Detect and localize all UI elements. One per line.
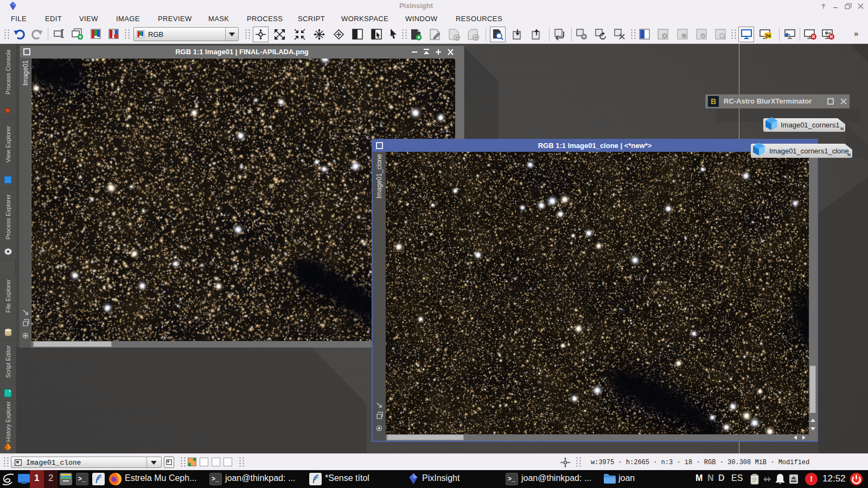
svg-text:B: B <box>711 97 716 106</box>
svg-text:24: 24 <box>765 33 770 38</box>
